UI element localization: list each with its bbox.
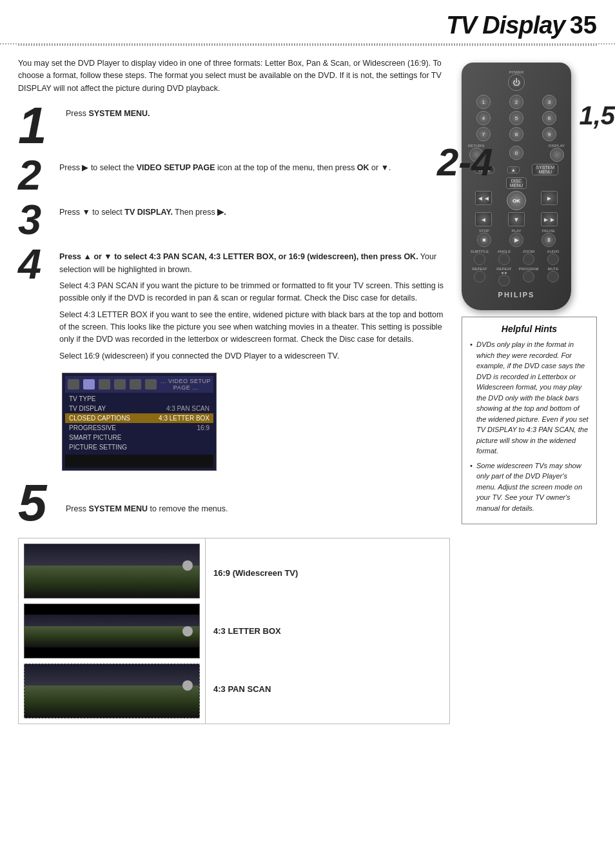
btn-repeat2[interactable] <box>498 275 510 286</box>
menu-icon-6 <box>145 379 157 390</box>
btn-audio[interactable] <box>547 253 559 265</box>
subtitle-label: SUBTITLE <box>468 250 491 253</box>
display-image-widescreen <box>24 544 200 598</box>
audio-label: AUDIO <box>542 250 565 253</box>
btn-prev[interactable]: ◄◄ <box>475 191 492 205</box>
btn-nav-left[interactable]: ◄ <box>475 212 492 226</box>
menu-icon-1 <box>68 379 79 390</box>
program-label: PROGRAM <box>517 267 540 271</box>
btn-1[interactable]: 1 <box>476 95 491 109</box>
btn-system-menu[interactable]: SYSTEMMENU <box>532 164 558 175</box>
btn-stop[interactable]: ■ <box>477 233 491 247</box>
bottom-btn-grid: SUBTITLE ANGLE ZOOM AUDIO <box>468 250 565 287</box>
label-panscan: 4:3 PAN SCAN <box>213 684 442 694</box>
label-letterbox: 4:3 LETTER BOX <box>213 626 442 636</box>
step-1: 1 Press SYSTEM MENU. <box>18 104 450 152</box>
menu-icon-5 <box>130 379 141 390</box>
step-4: 4 Press ▲ or ▼ to select 4:3 PAN SCAN, 4… <box>18 247 450 366</box>
step-3: 3 Press ▼ to select TV DISPLAY. Then pre… <box>18 202 450 241</box>
display-image-panscan <box>24 664 200 718</box>
display-formats-section: 16:9 (Widescreen TV) 4:3 LETTER BOX 4:3 … <box>18 538 450 724</box>
step-4-text: Press ▲ or ▼ to select 4:3 PAN SCAN, 4:3… <box>59 247 450 366</box>
menu-icon-3 <box>99 379 110 390</box>
transport-buttons: STOP ■ PLAY ▶ PAUSE ⏸ <box>468 229 565 247</box>
step-2-text: Press ▶ to select the VIDEO SETUP PAGE i… <box>59 158 391 174</box>
menu-header-label: ... VIDEO SETUP PAGE ... <box>161 378 211 391</box>
btn-3[interactable]: 3 <box>542 95 556 109</box>
step-5-text: Press SYSTEM MENU to remove the menus. <box>66 493 228 513</box>
btn-next[interactable]: ► <box>541 191 558 205</box>
btn-nav-down[interactable]: ▼ <box>508 212 525 226</box>
menu-screenshot: ... VIDEO SETUP PAGE ... TV TYPE TV DISP… <box>62 373 217 471</box>
step-5: 5 Press SYSTEM MENU to remove the menus. <box>18 477 450 529</box>
btn-0[interactable]: 0 <box>509 146 523 160</box>
btn-9[interactable]: 9 <box>542 127 556 141</box>
menu-icons-row: ... VIDEO SETUP PAGE ... <box>65 376 213 393</box>
repeat-label: REPEAT <box>468 267 491 271</box>
menu-row-1: TV TYPE <box>65 394 213 404</box>
btn-8[interactable]: 8 <box>509 127 523 141</box>
btn-subtitle[interactable] <box>474 253 485 265</box>
btn-5[interactable]: 5 <box>509 111 523 125</box>
display-label-btn: DISPLAY <box>549 144 565 148</box>
step-4-number: 4 <box>18 243 55 285</box>
helpful-hints-box: Helpful Hints DVDs only play in the form… <box>462 317 597 524</box>
btn-up-arrow[interactable]: ▲ <box>507 166 520 173</box>
steps-container: 1 Press SYSTEM MENU. 2 Press ▶ to select… <box>18 104 450 366</box>
helpful-hints-title: Helpful Hints <box>470 324 589 334</box>
brand-logo: PHILIPS <box>468 291 565 299</box>
menu-icon-4 <box>114 379 126 390</box>
btn-6[interactable]: 6 <box>542 111 556 125</box>
display-image-letterbox <box>24 604 200 658</box>
page-header: TV Display 35 <box>0 0 615 44</box>
menu-icon-2 <box>83 379 95 390</box>
remote-wrapper: POWER ⏻ 1 2 3 4 5 6 7 8 9 RETURN <box>462 63 597 310</box>
left-column: You may set the DVD Player to display vi… <box>18 57 450 731</box>
hint-item-2: Some widescreen TVs may show only part o… <box>470 460 589 514</box>
btn-ok[interactable]: OK <box>507 191 526 210</box>
step-1-text: Press SYSTEM MENU. <box>66 104 150 120</box>
menu-row-4: PROGRESSIVE16:9 <box>65 423 213 433</box>
btn-play[interactable]: ▶ <box>509 233 523 247</box>
pause-label: PAUSE <box>542 229 556 233</box>
repeat2-label: REPEAT ◄► <box>493 267 516 275</box>
step-1-number: 1 <box>18 100 62 152</box>
hint-item-1: DVDs only play in the format in which th… <box>470 339 589 457</box>
btn-program[interactable] <box>523 271 534 282</box>
remote-numpad: 1 2 3 4 5 6 7 8 9 <box>468 95 565 141</box>
zoom-label: ZOOM <box>517 250 540 253</box>
intro-text: You may set the DVD Player to display vi… <box>18 57 450 95</box>
step-2: 2 Press ▶ to select the VIDEO SETUP PAGE… <box>18 158 450 196</box>
display-labels-column: 16:9 (Widescreen TV) 4:3 LETTER BOX 4:3 … <box>206 538 449 724</box>
btn-7[interactable]: 7 <box>476 127 491 141</box>
step-5-number: 5 <box>18 477 62 529</box>
page-title: TV Display <box>446 12 565 39</box>
label-widescreen: 16:9 (Widescreen TV) <box>213 568 442 578</box>
menu-row-6: PICTURE SETTING <box>65 442 213 452</box>
power-label: POWER <box>468 70 565 74</box>
step-3-text: Press ▼ to select TV DISPLAY. Then press… <box>59 202 226 219</box>
btn-nav-right[interactable]: ►► <box>541 212 558 226</box>
remote-control: POWER ⏻ 1 2 3 4 5 6 7 8 9 RETURN <box>462 63 571 310</box>
btn-mute[interactable] <box>547 271 559 282</box>
btn-zoom[interactable] <box>523 253 534 265</box>
remote-power-section: POWER ⏻ <box>468 70 565 91</box>
page-number: 35 <box>570 12 597 39</box>
stop-label: STOP <box>477 229 491 233</box>
btn-angle[interactable] <box>498 253 510 265</box>
btn-display[interactable] <box>550 148 564 162</box>
nav-grid: ◄◄ OK ► ◄ ▼ ►► <box>468 191 565 226</box>
angle-label: ANGLE <box>493 250 516 253</box>
menu-row-5: SMART PICTURE <box>65 433 213 442</box>
display-images-column <box>19 538 206 724</box>
btn-pause[interactable]: ⏸ <box>542 233 556 247</box>
mute-label: MUTE <box>542 267 565 271</box>
power-button[interactable]: ⏻ <box>508 74 525 91</box>
play-label: PLAY <box>509 229 523 233</box>
btn-disc-menu[interactable]: DISCMENU <box>506 177 527 189</box>
right-column: POWER ⏻ 1 2 3 4 5 6 7 8 9 RETURN <box>462 57 597 731</box>
menu-row-2: TV DISPLAY4:3 PAN SCAN <box>65 404 213 413</box>
btn-repeat[interactable] <box>474 271 485 282</box>
btn-4[interactable]: 4 <box>476 111 491 125</box>
btn-2[interactable]: 2 <box>509 95 523 109</box>
